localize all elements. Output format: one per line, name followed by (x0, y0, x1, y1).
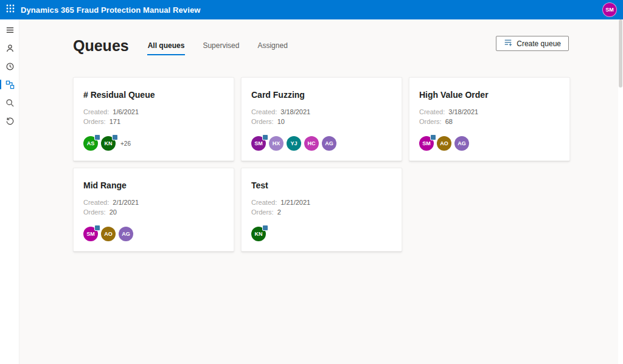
created-label: Created: (251, 108, 277, 115)
queue-created-row: Created: 2/1/2021 (83, 197, 224, 207)
orders-value: 68 (445, 118, 453, 125)
history-icon (5, 117, 15, 126)
queue-tabs: All queues Supervised Assigned (147, 40, 288, 55)
avatar-initials: AG (122, 231, 130, 237)
queue-created-row: Created: 1/21/2021 (251, 197, 392, 207)
scrollbar-thumb[interactable] (619, 19, 622, 88)
queue-orders-row: Orders: 2 (251, 207, 392, 217)
avatar-badge (430, 134, 436, 140)
avatar-initials: AG (458, 140, 466, 146)
member-avatar: AO (437, 136, 451, 151)
page-header: Queues All queues Supervised Assigned Cr… (19, 19, 623, 55)
avatar-initials: HX (273, 140, 280, 146)
created-label: Created: (251, 199, 277, 206)
orders-label: Orders: (419, 118, 442, 125)
queue-orders-row: Orders: 20 (83, 207, 224, 217)
created-label: Created: (83, 108, 109, 115)
left-nav-rail (0, 19, 19, 364)
avatar-initials: KN (255, 231, 263, 237)
member-avatar: AO (101, 227, 116, 241)
member-avatar: KN (251, 227, 266, 241)
create-queue-icon (504, 38, 512, 49)
queue-card-mid-range[interactable]: Mid Range Created: 2/1/2021 Orders: 20 S… (73, 168, 234, 252)
avatar-badge (262, 134, 268, 140)
created-label: Created: (83, 199, 109, 206)
member-overflow-count: +26 (120, 140, 131, 147)
orders-label: Orders: (83, 118, 106, 125)
app-title: Dynamics 365 Fraud Protection Manual Rev… (21, 5, 200, 15)
tab-assigned[interactable]: Assigned (257, 40, 288, 55)
member-avatar: AS (83, 136, 98, 151)
person-icon (5, 44, 15, 53)
avatar-initials: SM (254, 140, 263, 146)
avatar-initials: SM (422, 140, 431, 146)
queue-card-test[interactable]: Test Created: 1/21/2021 Orders: 2 KN (241, 168, 402, 252)
orders-label: Orders: (251, 118, 274, 125)
queue-orders-row: Orders: 68 (419, 117, 560, 126)
avatar-badge (262, 225, 268, 231)
queue-created-row: Created: 3/18/2021 (251, 107, 392, 117)
avatar-badge (94, 134, 100, 140)
queue-members: SM HX YJ HC AG (251, 136, 392, 151)
orders-value: 2 (277, 208, 281, 216)
waffle-icon (6, 4, 15, 15)
member-avatar: HX (269, 136, 284, 151)
orders-label: Orders: (83, 208, 106, 216)
app-launcher-button[interactable] (0, 0, 21, 19)
created-value: 2/1/2021 (113, 199, 139, 206)
hamburger-icon (5, 26, 15, 35)
member-avatar: SM (419, 136, 434, 151)
avatar-initials: AO (440, 140, 448, 146)
top-app-bar: Dynamics 365 Fraud Protection Manual Rev… (0, 0, 623, 19)
created-value: 1/21/2021 (280, 199, 310, 206)
member-avatar: SM (251, 136, 266, 151)
queue-card-grid: # Residual Queue Created: 1/6/2021 Order… (73, 77, 623, 252)
queue-card-residual[interactable]: # Residual Queue Created: 1/6/2021 Order… (73, 77, 234, 161)
avatar-initials: SM (86, 231, 95, 237)
created-label: Created: (419, 108, 445, 115)
avatar-initials: HC (308, 140, 316, 146)
queue-members: SM AO AG (83, 227, 224, 241)
queue-card-title: Test (251, 180, 392, 190)
avatar-initials: AS (87, 140, 95, 146)
member-avatar: SM (83, 227, 98, 241)
member-avatar: AG (322, 136, 336, 151)
sidebar-item-users[interactable] (0, 39, 19, 57)
vertical-scrollbar[interactable] (618, 19, 623, 364)
orders-value: 10 (277, 118, 285, 125)
member-avatar: AG (119, 227, 133, 241)
page-title: Queues (73, 36, 129, 55)
queues-icon (5, 80, 15, 89)
orders-value: 171 (110, 118, 120, 125)
member-avatar: KN (101, 136, 116, 151)
created-value: 3/18/2021 (448, 108, 478, 115)
queue-members: AS KN +26 (83, 136, 224, 151)
queue-card-title: # Residual Queue (83, 90, 224, 100)
sidebar-item-nav-toggle[interactable] (0, 21, 19, 39)
sidebar-item-activity[interactable] (0, 57, 19, 75)
queue-card-title: High Value Order (419, 90, 560, 100)
orders-value: 20 (110, 208, 117, 216)
avatar-initials: AO (104, 231, 113, 237)
queue-members: SM AO AG (419, 136, 560, 151)
queue-card-title: Mid Range (83, 180, 224, 190)
avatar-badge (112, 134, 118, 140)
tab-all-queues[interactable]: All queues (147, 40, 186, 55)
user-avatar[interactable]: SM (602, 2, 617, 17)
queue-orders-row: Orders: 171 (83, 117, 224, 126)
avatar-badge (94, 225, 100, 231)
queue-card-high-value-order[interactable]: High Value Order Created: 3/18/2021 Orde… (409, 77, 570, 161)
create-queue-label: Create queue (517, 39, 561, 48)
tab-supervised[interactable]: Supervised (202, 40, 240, 55)
avatar-initials: KN (105, 140, 113, 146)
sidebar-item-history[interactable] (0, 112, 19, 130)
sidebar-item-search[interactable] (0, 94, 19, 112)
created-value: 3/18/2021 (280, 108, 310, 115)
search-icon (5, 98, 15, 108)
queue-card-card-fuzzing[interactable]: Card Fuzzing Created: 3/18/2021 Orders: … (241, 77, 402, 161)
clock-icon (5, 62, 15, 71)
sidebar-item-queues[interactable] (0, 75, 19, 94)
create-queue-button[interactable]: Create queue (496, 36, 569, 51)
queue-created-row: Created: 3/18/2021 (419, 107, 560, 117)
member-avatar: HC (304, 136, 319, 151)
